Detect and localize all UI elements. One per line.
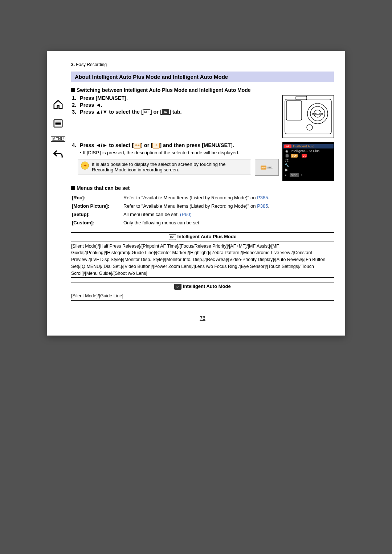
table-row: [Custom]: Only the following menus can b… — [72, 219, 333, 227]
link-p385-2[interactable]: P385 — [257, 203, 268, 209]
rec-key: [Rec]: — [72, 194, 123, 201]
breadcrumb-num: 3. — [71, 62, 75, 67]
camera-rear-illustration: MENU/SET — [282, 95, 334, 138]
mode-auto-header: iA Intelligent Auto Mode — [71, 282, 334, 291]
menus-table: [Rec]: Refer to "Available Menu Items (L… — [71, 193, 334, 227]
contents-icon[interactable] — [52, 117, 64, 130]
mp-val: Refer to "Available Menu Items (Listed b… — [123, 202, 333, 210]
cam-menu-row-play: ▶ — [283, 167, 334, 172]
cam-menu-row-fc: ƒc — [283, 158, 334, 163]
cam-menu-row-rec: ◉Intelligent Auto Plus — [283, 148, 334, 153]
ia-plus-header-icon: iA+ — [169, 234, 176, 240]
block-marker-icon — [71, 186, 75, 190]
table-row: [Motion Picture]: Refer to "Available Me… — [72, 202, 333, 210]
ia-plus-icon: iA+ — [143, 109, 150, 115]
home-icon[interactable] — [52, 98, 64, 111]
tip-thumbnail: iA+ STD. — [255, 159, 279, 176]
step-4-note: If [DISP.] is pressed, the description o… — [80, 150, 279, 155]
steps-list-2: Press ◄/► to select [iA+] or [iA] and th… — [71, 142, 279, 155]
breadcrumb: 3. Easy Recording — [71, 62, 334, 67]
menus-heading: Menus that can be set — [71, 185, 334, 191]
section-title: About Intelligent Auto Plus Mode and Int… — [71, 72, 334, 82]
mode-auto-body: [Silent Mode]/[Guide Line] — [71, 291, 334, 301]
step-2: Press ◄. — [78, 102, 279, 108]
custom-key: [Custom]: — [72, 219, 123, 227]
thumb-ia-icon: iA+ — [261, 166, 266, 170]
mode-plus-body: [Silent Mode]/[Half Press Release]/[Pinp… — [71, 241, 334, 278]
link-p60[interactable]: (P60) — [180, 212, 192, 217]
sidebar-nav: MENU — [47, 51, 69, 335]
svg-rect-10 — [286, 101, 302, 120]
link-p385[interactable]: P385 — [257, 195, 268, 200]
tip-text: It is also possible to display the selec… — [92, 162, 248, 172]
step-1: Press [MENU/SET]. — [78, 95, 279, 101]
table-row: [Rec]: Refer to "Available Menu Items (L… — [72, 194, 333, 201]
cam-menu-row-ia: iAIntelligent Auto — [283, 144, 334, 148]
setup-key: [Setup]: — [72, 211, 123, 218]
tip-lightbulb-icon: ✦ — [81, 162, 89, 170]
table-row: [Setup]: All menu items can be set. (P60… — [72, 211, 333, 218]
tip-box: ✦ It is also possible to display the sel… — [78, 159, 279, 176]
ia-icon: iA — [162, 109, 169, 115]
cam-menu-row-modes: ▤iA+ iA — [283, 153, 334, 158]
ia-boxed-icon: iA — [152, 143, 160, 148]
page-number: 76 — [71, 315, 334, 321]
mp-key: [Motion Picture]: — [72, 202, 123, 210]
steps-list: Press [MENU/SET]. Press ◄. Press ▲/▼ to … — [71, 95, 279, 115]
svg-point-9 — [307, 125, 313, 130]
svg-text:MENU/SET: MENU/SET — [312, 113, 323, 115]
ia-plus-boxed-icon: iA+ — [134, 143, 141, 148]
breadcrumb-label: Easy Recording — [76, 62, 107, 67]
step-3: Press ▲/▼ to select the [iA+] or [iA] ta… — [78, 109, 279, 115]
ia-header-icon: iA — [174, 284, 181, 290]
manual-page: MENU 3. Easy Recording About Intelligent… — [47, 51, 345, 336]
rec-val: Refer to "Available Menu Items (Listed b… — [123, 194, 333, 201]
setup-val: All menu items can be set. (P60) — [123, 211, 333, 218]
page-content: 3. Easy Recording About Intelligent Auto… — [69, 51, 345, 335]
step-4: Press ◄/► to select [iA+] or [iA] and th… — [78, 142, 279, 155]
switching-heading: Switching between Intelligent Auto Plus … — [71, 87, 334, 93]
cam-menu-bottom: ↩DISP.ℹ — [283, 172, 334, 177]
back-icon[interactable] — [52, 148, 64, 160]
cam-menu-row-setup: 🔧 — [283, 163, 334, 167]
menu-nav-label[interactable]: MENU — [51, 136, 65, 142]
switching-heading-text: Switching between Intelligent Auto Plus … — [77, 87, 251, 93]
custom-val: Only the following menus can be set. — [123, 219, 333, 227]
block-marker-icon — [71, 88, 75, 92]
mode-plus-header: iA+ Intelligent Auto Plus Mode — [71, 232, 334, 241]
camera-menu-screenshot: iAIntelligent Auto ◉Intelligent Auto Plu… — [282, 142, 334, 181]
thumb-std-label: STD. — [267, 166, 273, 169]
